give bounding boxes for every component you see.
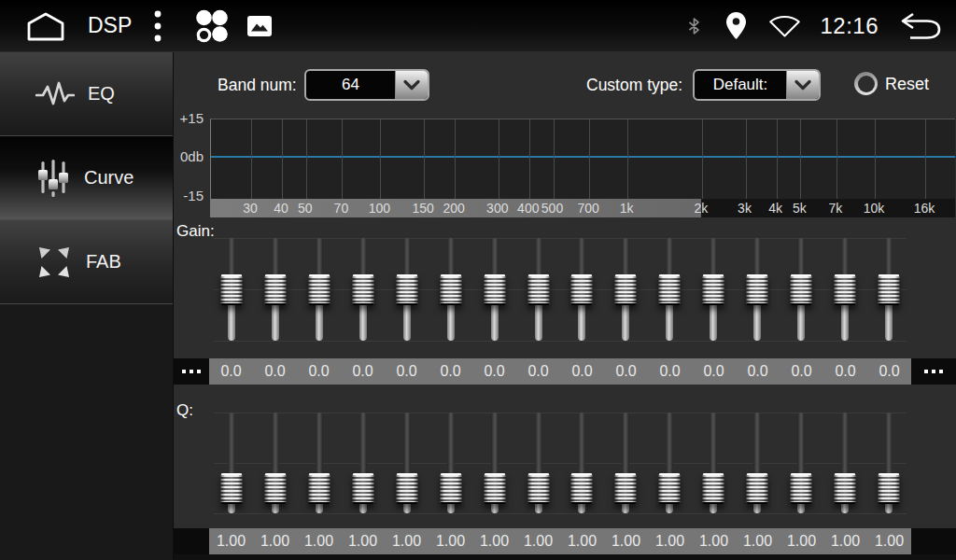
q-slider [516,408,560,521]
gain-value: 0.0 [604,358,648,385]
custom-type-select[interactable]: Default: [693,69,821,101]
gain-slider-track [272,238,279,277]
apps-clover-icon[interactable] [193,8,231,44]
sidebar-item-fab[interactable]: FAB [0,220,173,304]
gain-value: 0.0 [472,358,516,385]
grid-line [342,119,343,199]
q-slider-handle[interactable] [746,473,767,504]
grid-line [499,119,499,199]
home-icon[interactable] [24,11,67,41]
freq-tick-label: 100 [369,199,390,217]
overflow-menu-icon[interactable] [154,10,162,42]
q-section-label: Q: [176,401,193,420]
chevron-down-icon[interactable] [395,71,428,99]
band-num-select[interactable]: 64 [304,69,429,101]
gain-slider-handle[interactable] [659,274,681,305]
grid-line [455,119,456,199]
freq-tick-label: 300 [486,199,508,217]
freq-tick-label: 16k [914,199,935,217]
gain-slider-track [797,302,805,342]
gain-more-left-button[interactable] [174,358,209,385]
gain-more-right-button[interactable] [911,358,956,385]
q-value: 1.00 [297,528,341,554]
gain-value: 0.0 [385,358,429,385]
freq-tick-label: 4k [768,199,782,217]
gain-slider-handle[interactable] [440,274,461,305]
gain-slider-handle[interactable] [396,274,417,305]
custom-type-value: Default: [695,71,786,99]
gain-slider-handle[interactable] [703,274,724,305]
gain-slider-handle[interactable] [571,274,593,305]
q-slider-track [316,413,323,476]
chevron-down-icon[interactable] [786,71,819,99]
gain-slider-handle[interactable] [353,274,374,305]
q-slider-handle[interactable] [878,473,899,504]
gain-slider-handle[interactable] [790,274,811,305]
sidebar-item-eq[interactable]: EQ [0,52,173,136]
gain-slider-track [359,238,367,277]
gain-slider-track [753,238,761,277]
gain-section-label: Gain: [176,222,215,241]
gain-slider-handle[interactable] [834,274,855,305]
q-slider-handle[interactable] [703,473,724,504]
gain-slider-handle[interactable] [221,274,243,305]
gain-slider-handle[interactable] [265,274,287,305]
gain-slider-handle[interactable] [878,274,899,305]
q-slider-handle[interactable] [396,473,417,504]
gain-slider-track [403,302,411,342]
q-value: 1.00 [867,528,911,554]
q-slider-track [753,413,761,476]
q-slider-handle[interactable] [790,473,811,504]
q-value: 1.00 [692,528,736,554]
gain-slider [429,231,472,347]
y-tick-label: +15 [172,110,204,127]
gallery-icon[interactable] [247,16,272,36]
gain-slider-handle[interactable] [615,274,637,305]
q-slider-handle[interactable] [353,473,374,504]
q-value: 1.00 [429,528,472,554]
gain-slider-handle[interactable] [527,274,549,305]
grid-line [702,119,703,199]
y-tick-label: -15 [172,188,204,204]
gain-slider-track [403,238,411,277]
q-slider-handle[interactable] [659,473,681,504]
q-slider-handle[interactable] [484,473,505,504]
freq-axis-strip[interactable]: 304050701001502003004005007001k2k3k4k5k7… [210,199,955,217]
q-slider-handle[interactable] [834,473,855,504]
gain-slider-handle[interactable] [309,274,330,305]
sidebar-item-curve[interactable]: Curve [0,136,173,220]
gain-slider-track [622,238,629,277]
q-slider-handle[interactable] [527,473,549,504]
location-icon [726,12,746,39]
gain-slider [342,231,386,347]
q-slider-track [710,413,717,476]
gain-slider-handle[interactable] [746,274,767,305]
q-slider-track [841,413,849,476]
q-slider-handle[interactable] [221,473,243,504]
grid-line [800,119,801,199]
eq-curve-plot[interactable] [210,119,955,199]
q-slider [560,408,604,521]
q-slider-handle[interactable] [265,473,287,504]
q-strip-right-cap [911,528,956,554]
q-slider [866,408,910,521]
gain-sliders [210,231,910,347]
q-slider [736,408,780,521]
gain-slider-track [316,302,323,342]
q-value: 1.00 [648,528,692,554]
sidebar-item-label: Curve [84,167,134,189]
gain-value: 0.0 [648,358,692,385]
sidebar-item-label: EQ [88,83,115,105]
q-slider-handle[interactable] [309,473,330,504]
gain-value: 0.0 [867,358,911,385]
freq-tick-label: 150 [412,199,433,217]
reset-radio[interactable] [854,72,878,95]
band-num-value: 64 [306,71,395,99]
q-slider-handle[interactable] [571,473,593,504]
gain-slider-track [491,238,499,277]
back-icon[interactable] [897,10,941,41]
q-slider-track [622,413,629,476]
q-slider-handle[interactable] [440,473,461,504]
gain-slider-handle[interactable] [484,274,505,305]
q-slider-handle[interactable] [615,473,637,504]
